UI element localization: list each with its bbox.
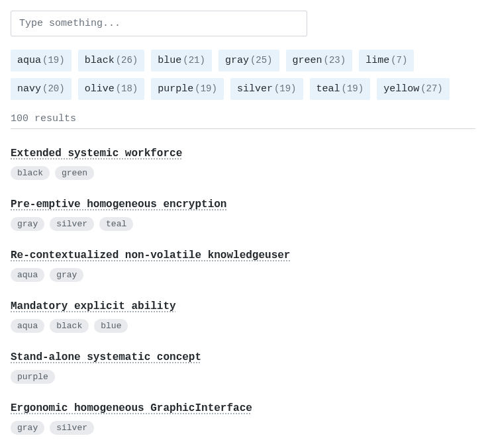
result-item: Ergonomic homogeneous GraphicInterfacegr… — [11, 402, 475, 435]
filter-tag-count: (26) — [116, 55, 138, 66]
filter-tag-green[interactable]: green(23) — [286, 50, 353, 71]
filter-tag-olive[interactable]: olive(18) — [78, 78, 145, 100]
filter-tag-teal[interactable]: teal(19) — [310, 78, 371, 100]
filter-tag-count: (21) — [183, 55, 205, 66]
result-item: Stand-alone systematic conceptpurple — [11, 351, 475, 384]
filter-tag-name: aqua — [17, 55, 41, 66]
result-title[interactable]: Extended systemic workforce — [11, 148, 182, 159]
result-tags: aquagray — [11, 268, 475, 282]
result-item: Re-contextualized non-volatile knowledge… — [11, 249, 475, 282]
filter-tag-count: (25) — [250, 55, 273, 66]
filter-tag-aqua[interactable]: aqua(19) — [11, 50, 72, 71]
result-tags: graysilver — [11, 421, 475, 435]
filter-tag-name: navy — [17, 83, 41, 95]
result-title[interactable]: Re-contextualized non-volatile knowledge… — [11, 249, 290, 261]
filter-tag-yellow[interactable]: yellow(27) — [377, 78, 450, 100]
result-tag: silver — [50, 421, 94, 435]
filter-tag-navy[interactable]: navy(20) — [11, 78, 72, 100]
filter-tag-list: aqua(19)black(26)blue(21)gray(25)green(2… — [11, 50, 475, 100]
filter-tag-blue[interactable]: blue(21) — [151, 50, 212, 71]
filter-tag-black[interactable]: black(26) — [78, 50, 145, 71]
results-count: 100 results — [11, 113, 475, 129]
result-tag: gray — [50, 268, 83, 282]
filter-tag-count: (27) — [420, 83, 443, 94]
search-input[interactable] — [11, 11, 307, 36]
result-tag: silver — [50, 217, 94, 231]
filter-tag-purple[interactable]: purple(19) — [151, 78, 224, 100]
result-title[interactable]: Ergonomic homogeneous GraphicInterface — [11, 402, 252, 414]
result-tags: purple — [11, 370, 475, 384]
filter-tag-name: purple — [158, 83, 193, 95]
filter-tag-count: (7) — [391, 55, 407, 66]
filter-tag-name: blue — [158, 55, 181, 66]
result-tag: aqua — [11, 319, 44, 333]
filter-tag-name: green — [293, 55, 322, 66]
filter-tag-name: olive — [85, 83, 115, 95]
filter-tag-name: gray — [225, 55, 249, 66]
result-tag: blue — [94, 319, 128, 333]
result-tag: teal — [99, 217, 133, 231]
result-tag: gray — [11, 217, 44, 231]
result-tag: aqua — [11, 268, 44, 282]
result-tag: black — [11, 166, 50, 180]
result-item: Extended systemic workforceblackgreen — [11, 148, 475, 180]
results-list: Extended systemic workforceblackgreenPre… — [11, 148, 475, 435]
filter-tag-name: silver — [237, 83, 273, 95]
result-tags: graysilverteal — [11, 217, 475, 231]
filter-tag-gray[interactable]: gray(25) — [219, 50, 279, 71]
filter-tag-count: (19) — [42, 55, 65, 66]
result-item: Pre-emptive homogeneous encryptiongraysi… — [11, 199, 475, 231]
filter-tag-count: (23) — [324, 55, 346, 66]
result-title[interactable]: Pre-emptive homogeneous encryption — [11, 199, 226, 210]
filter-tag-count: (19) — [342, 83, 364, 94]
result-item: Mandatory explicit abilityaquablackblue — [11, 300, 475, 333]
result-tag: green — [55, 166, 94, 180]
result-title[interactable]: Mandatory explicit ability — [11, 300, 176, 312]
result-tag: purple — [11, 370, 55, 384]
filter-tag-lime[interactable]: lime(7) — [359, 50, 414, 71]
filter-tag-count: (19) — [274, 83, 297, 94]
result-tag: gray — [11, 421, 44, 435]
result-title[interactable]: Stand-alone systematic concept — [11, 351, 201, 363]
result-tags: blackgreen — [11, 166, 475, 180]
result-tags: aquablackblue — [11, 319, 475, 333]
filter-tag-name: yellow — [383, 83, 419, 95]
filter-tag-count: (18) — [116, 83, 138, 94]
filter-tag-name: black — [85, 55, 115, 66]
result-tag: black — [50, 319, 89, 333]
filter-tag-count: (20) — [42, 83, 65, 94]
filter-tag-name: teal — [316, 83, 340, 95]
filter-tag-count: (19) — [195, 83, 217, 94]
filter-tag-silver[interactable]: silver(19) — [230, 78, 303, 100]
filter-tag-name: lime — [365, 55, 389, 66]
